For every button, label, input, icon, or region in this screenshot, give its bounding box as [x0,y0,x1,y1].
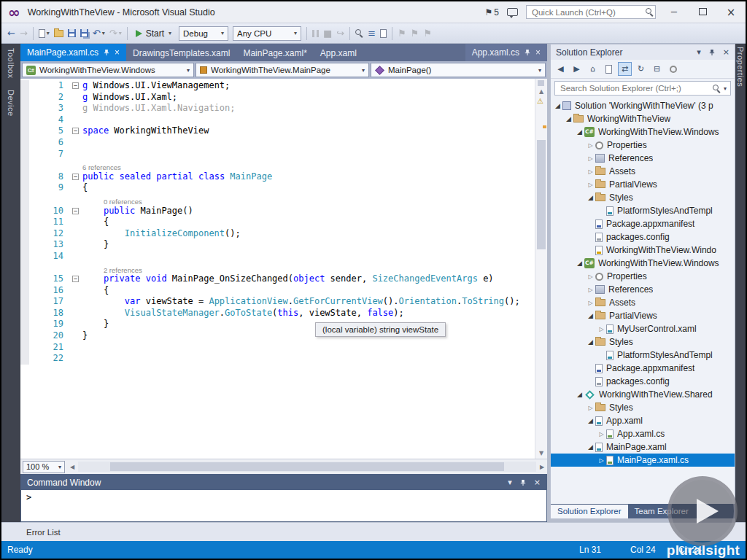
expander-icon[interactable]: ◢ [586,443,595,451]
close-icon[interactable]: × [534,478,541,487]
expander-icon[interactable]: ▷ [597,326,606,332]
tree-item[interactable]: Package.appxmanifest [551,217,735,230]
pin-icon[interactable] [708,49,716,56]
expander-icon[interactable]: ▷ [586,168,595,175]
code-line[interactable]: 2 references [20,262,535,274]
fold-collapse-box-icon[interactable]: − [72,82,79,89]
close-icon[interactable]: × [115,47,120,58]
zoom-level-dropdown[interactable]: 100 % ▾ [23,461,65,473]
expander-icon[interactable]: ◢ [586,338,595,346]
quick-launch-box[interactable] [526,5,656,19]
debug-configuration-combo[interactable]: Debug▾ [179,26,228,41]
document-tab[interactable]: MainPage.xaml* [236,45,313,61]
code-line[interactable]: 2g Windows.UI.Xaml; [20,92,535,104]
code-line[interactable]: 0 references [20,194,535,206]
document-tab[interactable]: App.xaml.cs× [465,44,547,61]
tree-item[interactable]: ▷App.xaml.cs [551,427,735,440]
document-tab[interactable]: DrawingsTemplates.xaml [126,45,236,61]
expander-icon[interactable]: ▷ [586,287,595,293]
expander-icon[interactable]: ◢ [575,128,584,136]
document-tab[interactable]: App.xaml [314,45,363,61]
code-lines[interactable]: 1−g Windows.UI.ViewManagement;2g Windows… [20,79,535,459]
code-line[interactable]: 6 [20,137,535,149]
tree-item[interactable]: ▷MyUserControl.xaml [551,322,735,335]
restore-button[interactable] [692,7,713,18]
tree-item[interactable]: ◢C#WorkingWithTheView.Windows [551,125,735,139]
expander-icon[interactable]: ▷ [586,182,595,188]
properties-page-icon[interactable] [666,62,680,76]
home-icon[interactable]: ⌂ [586,62,600,76]
code-line[interactable]: 15− private void MainPage_OnSizeChanged(… [20,273,535,285]
quick-launch-input[interactable] [530,7,646,18]
tree-item[interactable]: ◢WorkingWithTheView [551,112,735,125]
vertical-scrollbar-thumb[interactable] [537,140,546,249]
document-tab[interactable]: MainPage.xaml.cs× [20,44,126,61]
code-editor[interactable]: 1−g Windows.UI.ViewManagement;2g Windows… [20,79,547,459]
open-file-button[interactable] [52,26,66,42]
code-line[interactable]: 10− public MainPage() [20,206,535,217]
solution-explorer-search-input[interactable] [559,83,710,93]
codelens-references[interactable]: 0 references [82,194,142,206]
expander-icon[interactable]: ◢ [586,417,595,424]
tree-item[interactable]: packages.config [551,230,735,244]
tree-item[interactable]: ▷Assets [551,296,735,309]
stop-debug-button[interactable]: ■ [321,26,334,42]
solution-explorer-titlebar[interactable]: Solution Explorer ▾ × [551,44,735,60]
command-window-input[interactable]: > [21,490,546,521]
code-line[interactable]: 13 } [20,239,535,251]
tree-item[interactable]: ▷References [551,283,735,296]
scroll-left-arrow[interactable]: ◀ [67,464,77,470]
expander-icon[interactable]: ◢ [564,115,573,122]
start-debug-button[interactable]: Start▾ [131,26,177,42]
navigate-backward-icon[interactable]: ◀ [554,62,568,76]
code-line[interactable]: 22 [20,353,535,365]
tree-item[interactable]: Package.appxmanifest [551,362,735,375]
tree-item[interactable]: ▷Assets [551,165,735,178]
tree-item[interactable]: ◢Styles [551,335,735,349]
tree-item[interactable]: ▷PartialViews [551,178,735,191]
expander-icon[interactable]: ▷ [597,457,606,464]
bookmark-button[interactable]: ⚑ [395,26,409,42]
close-button[interactable]: × [721,6,741,19]
save-button[interactable] [66,26,78,42]
expander-icon[interactable]: ◢ [575,391,584,398]
code-line[interactable]: 9{ [20,182,535,194]
fold-collapse-box-icon[interactable]: − [72,208,79,214]
expander-icon[interactable]: ◢ [575,260,584,267]
code-line[interactable]: 1−g Windows.UI.ViewManagement; [20,80,535,92]
find-in-files-button[interactable] [353,26,365,42]
fold-collapse-box-icon[interactable]: − [72,276,79,282]
code-line[interactable]: 7 [20,149,535,160]
scroll-right-arrow[interactable]: ▶ [537,464,547,470]
tree-item[interactable]: ◢MainPage.xaml [551,440,735,454]
code-line[interactable]: 21 [20,342,535,354]
expander-icon[interactable]: ▷ [586,273,595,280]
tree-item[interactable]: ◢Styles [551,191,735,204]
navigate-forward-icon[interactable]: ▶ [570,62,584,76]
tree-item[interactable]: ▷Properties [551,139,735,152]
close-icon[interactable]: × [535,47,541,58]
tree-item[interactable]: ▷References [551,152,735,165]
vertical-scrollbar[interactable]: ▲ ⚠ ▼ [535,79,547,459]
tree-item[interactable]: ▷MainPage.xaml.cs [551,454,735,467]
save-all-button[interactable] [78,26,90,42]
code-line[interactable]: 11 { [20,217,535,228]
codelens-references[interactable]: 2 references [82,262,142,274]
tree-item[interactable]: packages.config [551,375,735,388]
tree-item[interactable]: ◢PartialViews [551,309,735,322]
scroll-up-arrow[interactable]: ▲ [535,88,547,95]
code-line[interactable]: 16 { [20,285,535,297]
horizontal-scrollbar-thumb[interactable] [110,462,504,471]
navigate-symbol-button[interactable]: ≡ [365,26,378,42]
left-rail-tab-device[interactable]: Device [7,90,15,117]
next-bookmark-button[interactable]: ⚑ [421,26,434,42]
code-line[interactable]: 14 [20,251,535,262]
expander-icon[interactable]: ◢ [586,194,595,201]
platform-combo[interactable]: Any CPU▾ [233,26,301,41]
member-dropdown[interactable]: MainPage() ▾ [371,63,546,77]
expander-icon[interactable]: ◢ [586,312,595,319]
code-line[interactable]: 12 InitializeComponent(); [20,228,535,240]
pin-icon[interactable] [519,479,527,486]
right-rail-tab-properties[interactable]: Properties [736,47,745,87]
previous-bookmark-button[interactable]: ⚑ [409,26,422,42]
